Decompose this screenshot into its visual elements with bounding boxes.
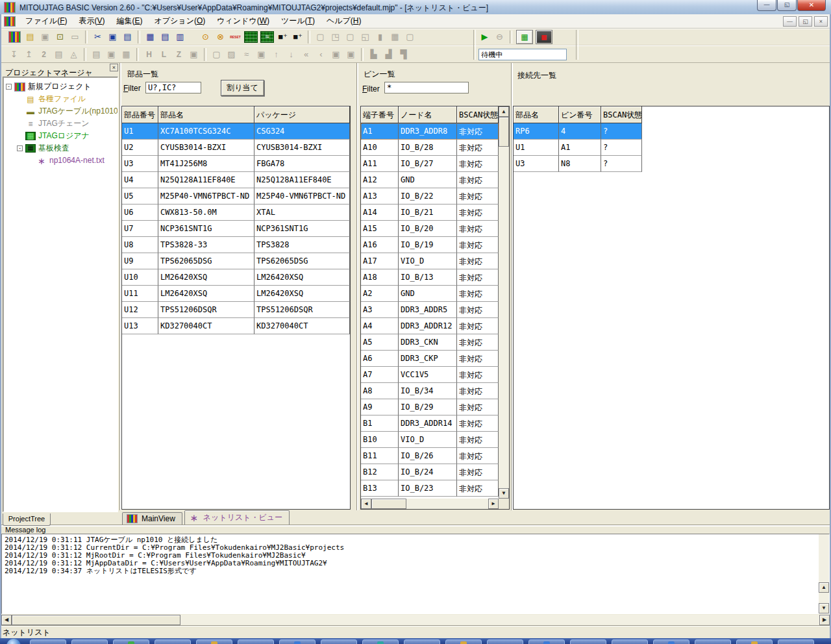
- scroll-up-icon[interactable]: ▲: [499, 106, 509, 117]
- table-row[interactable]: A10IO_B/28非対応: [361, 140, 499, 156]
- add-device-list-icon[interactable]: ■⁺: [290, 30, 305, 44]
- new-log-icon[interactable]: ▢: [209, 47, 224, 62]
- taskbar-button[interactable]: [30, 639, 66, 644]
- pin-state-icon[interactable]: ▣: [186, 47, 201, 62]
- table-row[interactable]: U2CYUSB3014-BZXICYUSB3014-BZXI: [122, 140, 350, 156]
- taskbar-button[interactable]: [321, 639, 357, 644]
- tree-item-jtag-logic-analyzer[interactable]: ▦JTAGロジアナ: [3, 130, 118, 142]
- taskbar-button[interactable]: [279, 639, 316, 644]
- table-row[interactable]: B13IO_B/23非対応: [361, 480, 499, 497]
- cable-disconnect-icon[interactable]: ⊗: [213, 30, 228, 44]
- menu-help[interactable]: ヘルプ(H): [321, 14, 367, 29]
- table-row[interactable]: U5M25P40-VMN6TPBCT-NDM25P40-VMN6TPBCT-ND: [122, 188, 350, 204]
- table-row[interactable]: A15IO_B/20非対応: [361, 221, 499, 237]
- column-header[interactable]: パッケージ: [254, 106, 350, 123]
- table-row[interactable]: A6DDR3_CKP非対応: [361, 351, 499, 367]
- table-row[interactable]: U12TPS51206DSQRTPS51206DSQR: [122, 302, 350, 318]
- tree-item-board-test[interactable]: -▦基板検査: [3, 142, 118, 155]
- menu-tools[interactable]: ツール(T): [275, 14, 321, 29]
- table-row[interactable]: U13KD3270040CTKD3270040CT: [122, 318, 350, 334]
- tree-expander-icon[interactable]: [17, 121, 23, 127]
- scrollbar-thumb[interactable]: [499, 117, 509, 147]
- tree-expander-icon[interactable]: [17, 96, 23, 102]
- print-icon[interactable]: ▭: [68, 30, 82, 44]
- open-project-icon[interactable]: ▤: [23, 30, 38, 44]
- project-files-icon[interactable]: ⊡: [53, 30, 68, 44]
- block-a-icon[interactable]: ▣: [329, 47, 343, 62]
- tab-mainview[interactable]: MainView: [122, 512, 182, 525]
- table-row[interactable]: U6CWX813-50.0MXTAL: [122, 204, 350, 221]
- table-row[interactable]: RP64?: [514, 123, 642, 140]
- mdi-minimize-button[interactable]: —: [783, 16, 797, 27]
- tree-expander-icon[interactable]: [17, 133, 23, 139]
- table-row[interactable]: U9TPS62065DSGTPS62065DSG: [122, 253, 350, 269]
- stop-sampling-button[interactable]: ◼: [536, 30, 552, 44]
- column-header[interactable]: BSCAN状態: [457, 106, 499, 123]
- new-project-icon[interactable]: [8, 31, 21, 43]
- column-header[interactable]: 部品名: [158, 106, 254, 123]
- mdi-restore-button[interactable]: ◱: [799, 16, 812, 27]
- taskbar-button[interactable]: [570, 639, 606, 644]
- flash-write-icon[interactable]: ▙: [366, 47, 381, 62]
- move-down-icon[interactable]: ↓: [284, 47, 299, 62]
- tree-item-netlist-file[interactable]: ∗np1064A-net.txt: [3, 155, 118, 167]
- minimize-button[interactable]: —: [757, 0, 776, 11]
- parts-filter-input[interactable]: [145, 82, 201, 93]
- taskbar-button[interactable]: [612, 639, 648, 644]
- table-row[interactable]: A12GND非対応: [361, 172, 499, 188]
- menu-options[interactable]: オプション(O): [149, 14, 212, 29]
- close-icon[interactable]: ×: [110, 64, 118, 71]
- pin-low-icon[interactable]: L: [156, 47, 171, 62]
- taskbar-button[interactable]: [113, 639, 149, 644]
- taskbar-button[interactable]: [528, 639, 565, 644]
- readback-device-icon[interactable]: ↥: [21, 47, 36, 62]
- start-button[interactable]: [6, 639, 21, 644]
- scrollbar-thumb[interactable]: [12, 615, 180, 625]
- table-row[interactable]: B1DDR3_ADDR14非対応: [361, 415, 499, 432]
- chip-1-icon[interactable]: ▮: [373, 30, 388, 44]
- tab-projecttree[interactable]: ProjectTree: [3, 514, 51, 526]
- run-icon[interactable]: ▶: [477, 30, 492, 44]
- table-row[interactable]: U10LM26420XSQLM26420XSQ: [122, 269, 350, 286]
- tree-item-new-project[interactable]: -新規プロジェクト: [3, 80, 118, 93]
- column-header[interactable]: 部品名: [514, 106, 559, 123]
- scroll-down-icon[interactable]: ▼: [819, 603, 829, 613]
- scroll-left-icon[interactable]: ◀: [1, 615, 12, 625]
- bsdl-list-icon[interactable]: ▤: [89, 47, 104, 62]
- erase-device-icon[interactable]: ▤: [51, 47, 66, 62]
- table-row[interactable]: U4N25Q128A11EF840EN25Q128A11EF840E: [122, 172, 350, 188]
- add-device-icon[interactable]: ■⁺: [275, 30, 290, 44]
- taskbar-button[interactable]: [487, 639, 523, 644]
- mdi-close-button[interactable]: ×: [814, 16, 828, 27]
- block-b-icon[interactable]: ▣: [343, 47, 358, 62]
- pins-filter-input[interactable]: [384, 82, 469, 93]
- tile-horizontal-icon[interactable]: ▤: [158, 30, 173, 44]
- tree-expander-icon[interactable]: -: [6, 84, 12, 90]
- column-header[interactable]: 部品番号: [122, 106, 158, 123]
- table-row[interactable]: A14IO_B/21非対応: [361, 204, 499, 221]
- log-vertical-scrollbar[interactable]: ▲ ▼: [819, 534, 829, 613]
- tree-item-jtag-chain[interactable]: ≡JTAGチェーン: [3, 118, 118, 130]
- table-row[interactable]: A5DDR3_CKN非対応: [361, 334, 499, 351]
- taskbar-button[interactable]: [736, 639, 773, 644]
- table-row[interactable]: A9IO_B/29非対応: [361, 399, 499, 415]
- probe-icon[interactable]: ‹: [314, 47, 329, 62]
- cascade-windows-icon[interactable]: ▦: [143, 30, 158, 44]
- reset-icon[interactable]: RESET: [228, 30, 243, 44]
- taskbar-button[interactable]: [71, 639, 108, 644]
- table-row[interactable]: B12IO_B/24非対応: [361, 464, 499, 480]
- vertical-scrollbar[interactable]: ▲ ▼: [499, 106, 509, 499]
- device-alert-icon[interactable]: ◬: [66, 47, 81, 62]
- socket-5-icon[interactable]: ▢: [403, 30, 417, 44]
- table-row[interactable]: A2GND非対応: [361, 286, 499, 302]
- table-row[interactable]: A7VCC1V5非対応: [361, 367, 499, 383]
- scroll-down-icon[interactable]: ▼: [499, 488, 509, 499]
- socket-2-icon[interactable]: ◳: [328, 30, 343, 44]
- cut-icon[interactable]: ✂: [90, 30, 105, 44]
- bscan-doc-icon[interactable]: ▨: [224, 47, 239, 62]
- tile-vertical-icon[interactable]: ▥: [173, 30, 188, 44]
- cable-connect-icon[interactable]: ⊙: [198, 30, 213, 44]
- probe-left-icon[interactable]: «: [299, 47, 314, 62]
- taskbar-button[interactable]: [653, 639, 689, 644]
- table-row[interactable]: U7NCP361SNT1GNCP361SNT1G: [122, 221, 350, 237]
